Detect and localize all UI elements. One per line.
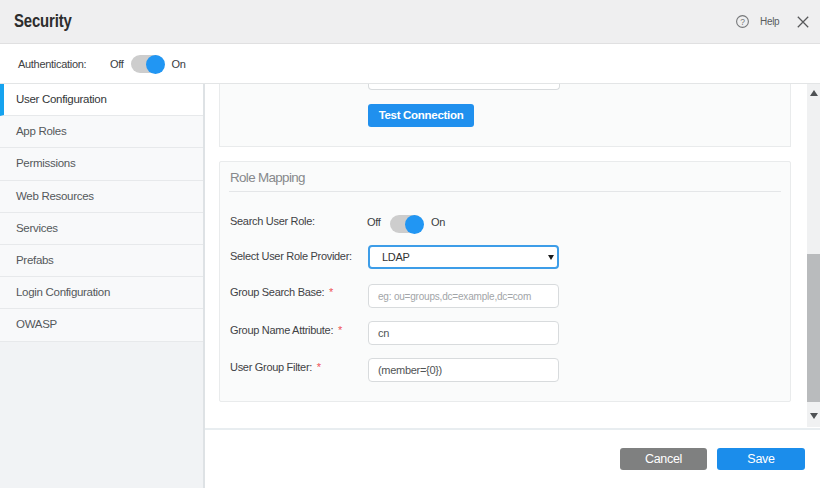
svg-text:?: ? — [740, 16, 745, 26]
